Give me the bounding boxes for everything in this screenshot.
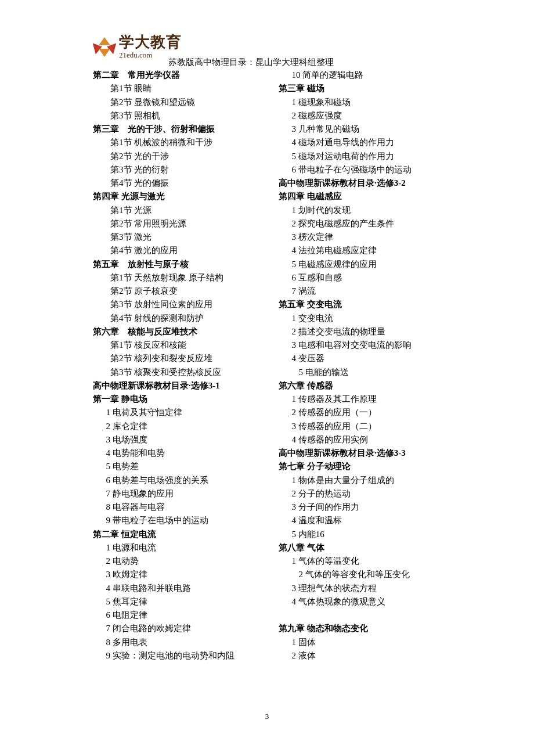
toc-line: 第七章 分子动理论 [279,460,453,473]
toc-line: 2 气体的等容变化和等压变化 [279,568,453,581]
toc-line: 2 库仑定律 [93,420,267,433]
toc-line: 7 静电现象的应用 [93,487,267,501]
toc-line: 第三章 磁场 [279,82,453,95]
toc-line: 1 划时代的发现 [279,204,453,217]
logo-icon [93,35,116,58]
toc-line: 2 磁感应强度 [279,109,453,123]
toc-line: 3 楞次定律 [279,231,453,244]
right-column: 10 简单的逻辑电路第三章 磁场1 磁现象和磁场2 磁感应强度3 几种常见的磁场… [273,69,453,663]
toc-line: 第3节 核聚变和受控热核反应 [93,366,267,379]
left-column: 第二章 常用光学仪器第1节 眼睛第2节 显微镜和望远镜第3节 照相机第三章 光的… [93,69,273,663]
toc-line: 第1节 天然放射现象 原子结构 [93,271,267,285]
toc-line: 第八章 气体 [279,541,453,555]
toc-line: 第二章 恒定电流 [93,528,267,541]
toc-line: 第4节 射线的探测和防护 [93,312,267,325]
toc-line: 第2节 常用照明光源 [93,217,267,231]
toc-line: 高中物理新课标教材目录·选修3-3 [279,447,453,460]
toc-line: 7 闭合电路的欧姆定律 [93,622,267,635]
header-title: 苏教版高中物理目录：昆山学大理科组整理 [168,57,334,68]
toc-line: 5 电磁感应规律的应用 [279,258,453,271]
toc-line: 2 传感器的应用（一） [279,406,453,419]
toc-line: 第3节 放射性同位素的应用 [93,298,267,311]
toc-line: 第4节 激光的应用 [93,244,267,257]
toc-line: 4 串联电路和并联电路 [93,582,267,595]
toc-line: 4 磁场对通电导线的作用力 [279,136,453,149]
toc-line: 6 电阻定律 [93,609,267,622]
toc-line: 2 探究电磁感应的产生条件 [279,217,453,231]
toc-line: 1 固体 [279,636,453,649]
toc-line: 3 分子间的作用力 [279,501,453,514]
toc-line: 第2节 显微镜和望远镜 [93,96,267,109]
toc-line: 第九章 物态和物态变化 [279,622,453,635]
toc-line: 1 磁现象和磁场 [279,96,453,109]
toc-line: 9 带电粒子在电场中的运动 [93,514,267,527]
toc-line: 10 简单的逻辑电路 [279,69,453,82]
toc-line: 高中物理新课标教材目录·选修3-1 [93,379,267,393]
toc-line: 第2节 核列变和裂变反应堆 [93,352,267,365]
toc-line: 第4节 光的偏振 [93,177,267,190]
toc-line: 高中物理新课标教材目录·选修3-2 [279,177,453,190]
content-area: 第二章 常用光学仪器第1节 眼睛第2节 显微镜和望远镜第3节 照相机第三章 光的… [93,69,453,663]
toc-line: 第五章 交变电流 [279,298,453,311]
toc-line [279,609,453,622]
toc-line: 第3节 激光 [93,231,267,244]
toc-line: 5 电能的输送 [279,366,453,379]
toc-line: 2 分子的热运动 [279,487,453,501]
toc-line: 4 气体热现象的微观意义 [279,595,453,609]
toc-line: 第四章 电磁感应 [279,190,453,203]
toc-line: 4 电势能和电势 [93,447,267,460]
toc-line: 3 欧姆定律 [93,568,267,581]
toc-line: 第六章 核能与反应堆技术 [93,325,267,339]
toc-line: 第一章 静电场 [93,393,267,406]
toc-line: 第1节 机械波的稍微和干涉 [93,136,267,149]
toc-line: 6 带电粒子在匀强磁场中的运动 [279,163,453,177]
toc-line: 4 传感器的应用实例 [279,433,453,447]
toc-line: 第3节 光的衍射 [93,163,267,177]
toc-line: 3 电场强度 [93,433,267,447]
logo-text: 学大教育 21edu.com [119,35,182,59]
toc-line: 第1节 光源 [93,204,267,217]
toc-line: 1 电源和电流 [93,541,267,555]
toc-line: 2 电动势 [93,555,267,568]
toc-line: 8 电容器与电容 [93,501,267,514]
toc-line: 第2节 原子核衰变 [93,285,267,298]
toc-line: 2 液体 [279,649,453,663]
toc-line: 6 互感和自感 [279,271,453,285]
toc-line: 第1节 眼睛 [93,82,267,95]
toc-line: 3 理想气体的状态方程 [279,582,453,595]
toc-line: 3 传感器的应用（二） [279,420,453,433]
toc-line: 2 描述交变电流的物理量 [279,325,453,339]
toc-line: 4 法拉第电磁感应定律 [279,244,453,257]
toc-line: 9 实验：测定电池的电动势和内阻 [93,649,267,663]
toc-line: 第五章 放射性与原子核 [93,258,267,271]
toc-line: 第三章 光的干涉、衍射和偏振 [93,123,267,136]
toc-line: 第1节 核反应和核能 [93,339,267,352]
toc-line: 5 磁场对运动电荷的作用力 [279,150,453,163]
toc-line: 1 传感器及其工作原理 [279,393,453,406]
logo-area: 学大教育 21edu.com [93,35,182,59]
toc-line: 3 几种常见的磁场 [279,123,453,136]
toc-line: 5 电势差 [93,460,267,473]
page-number: 3 [265,712,269,721]
toc-line: 5 焦耳定律 [93,595,267,609]
toc-line: 第二章 常用光学仪器 [93,69,267,82]
logo-cn: 学大教育 [119,35,182,50]
toc-line: 1 气体的等温变化 [279,555,453,568]
toc-line: 7 涡流 [279,285,453,298]
toc-line: 1 物体是由大量分子组成的 [279,474,453,487]
toc-line: 6 电势差与电场强度的关系 [93,474,267,487]
toc-line: 第六章 传感器 [279,379,453,393]
toc-line: 3 电感和电容对交变电流的影响 [279,339,453,352]
toc-line: 4 变压器 [279,352,453,365]
toc-line: 第3节 照相机 [93,109,267,123]
toc-line: 4 温度和温标 [279,514,453,527]
toc-line: 1 交变电流 [279,312,453,325]
toc-line: 第四章 光源与激光 [93,190,267,203]
toc-line: 第2节 光的干涉 [93,150,267,163]
toc-line: 1 电荷及其守恒定律 [93,406,267,419]
toc-line: 5 内能16 [279,528,453,541]
toc-line: 8 多用电表 [93,636,267,649]
